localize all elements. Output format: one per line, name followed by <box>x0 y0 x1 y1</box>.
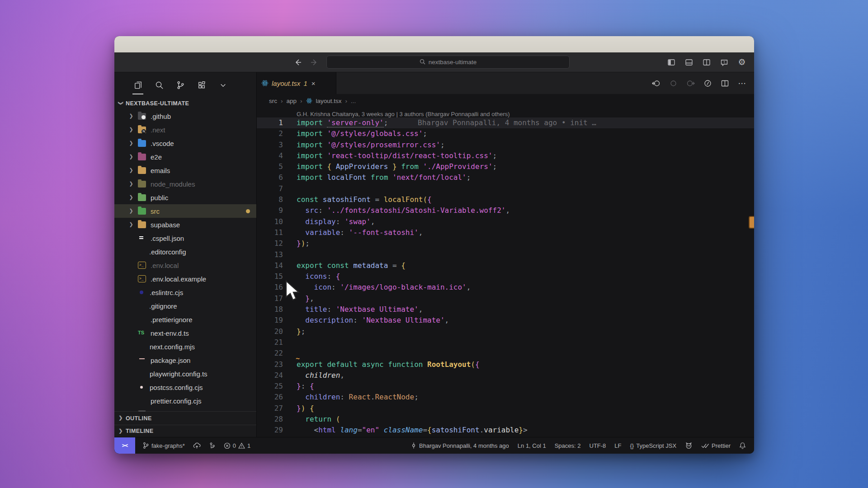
code-line-29[interactable]: 29 <html lang="en" className={satoshiFon… <box>257 425 754 436</box>
split-editor-icon[interactable] <box>720 79 730 88</box>
code-line-15[interactable]: 15 icons: { <box>257 271 754 282</box>
publish-item[interactable] <box>189 437 204 454</box>
tree-item-public[interactable]: ❯public <box>114 191 256 204</box>
chevron-down-icon[interactable] <box>217 80 228 90</box>
code-line-26[interactable]: 26 children: React.ReactNode; <box>257 392 754 403</box>
tree-item-.editorconfig[interactable]: .editorconfig <box>114 245 256 258</box>
tree-item-prettier.config.cjs[interactable]: prettier.config.cjs <box>114 394 256 408</box>
history-back-icon[interactable] <box>293 57 303 67</box>
overview-ruler-modified-marker[interactable] <box>749 216 754 229</box>
breadcrumb-symbol[interactable]: ... <box>351 98 356 104</box>
toggle-secondary-sidebar-icon[interactable] <box>702 57 712 67</box>
gitlens-commit-item[interactable]: Bhargav Ponnapalli, 4 months ago <box>407 437 513 454</box>
env-file-icon <box>138 275 146 282</box>
more-actions-icon[interactable]: ⋯ <box>737 79 747 88</box>
tree-item-.vscode[interactable]: ❯.vscode <box>114 136 256 150</box>
code-line-27[interactable]: 27}) { <box>257 403 754 414</box>
settings-gear-icon[interactable]: ⚙ <box>737 57 747 67</box>
code-line-25[interactable]: 25}: { <box>257 381 754 392</box>
code-line-14[interactable]: 14export const metadata = { <box>257 260 754 271</box>
code-line-20[interactable]: 20}; <box>257 326 754 337</box>
code-line-28[interactable]: 28 return ( <box>257 414 754 425</box>
code-line-6[interactable]: 6import localFont from 'next/font/local'… <box>257 172 754 183</box>
code-line-9[interactable]: 9 src: '../fonts/satoshi/Satoshi-Variabl… <box>257 205 754 216</box>
notifications-item[interactable] <box>736 437 750 454</box>
tree-item-label: .eslintrc.cjs <box>150 289 183 296</box>
timeline-section[interactable]: ❯ TIMELINE <box>114 425 256 437</box>
outline-section[interactable]: ❯ OUTLINE <box>114 411 256 425</box>
code-line-23[interactable]: 23export default async function RootLayo… <box>257 359 754 370</box>
code-line-22[interactable]: 22 <box>257 348 754 359</box>
code-line-10[interactable]: 10 display: 'swap', <box>257 216 754 227</box>
explorer-section-header[interactable]: ❯ NEXTBASE-ULTIMATE <box>114 98 256 109</box>
encoding-item[interactable]: UTF-8 <box>586 437 610 454</box>
breadcrumb: src app layout.tsx ... <box>257 94 754 108</box>
code-line-16[interactable]: 16 icon: '/images/logo-black-main.ico', <box>257 282 754 293</box>
toggle-primary-sidebar-icon[interactable] <box>666 57 676 67</box>
search-sidebar-icon[interactable] <box>154 80 165 90</box>
code-line-19[interactable]: 19 description: 'Nextbase Ultimate', <box>257 315 754 326</box>
indentation-item[interactable]: Spaces: 2 <box>551 437 585 454</box>
tree-item-.cspell.json[interactable]: .cspell.json <box>114 231 256 245</box>
code-line-18[interactable]: 18 title: 'Nextbase Ultimate', <box>257 304 754 315</box>
gitlens-forward-icon[interactable] <box>686 79 695 88</box>
problems-item[interactable]: 0 1 <box>220 437 254 454</box>
file-history-icon[interactable] <box>703 79 712 88</box>
tree-item-.env.local.example[interactable]: .env.local.example <box>114 272 256 286</box>
breadcrumb-app[interactable]: app <box>287 98 297 104</box>
window-titlebar[interactable] <box>114 36 754 52</box>
code-line-21[interactable]: 21 <box>257 337 754 348</box>
code-line-8[interactable]: 8const satoshiFont = localFont({ <box>257 194 754 205</box>
code-line-7[interactable]: 7 <box>257 183 754 194</box>
tree-item-.prettierignore[interactable]: .prettierignore <box>114 313 256 326</box>
cursor-position-item[interactable]: Ln 1, Col 1 <box>514 437 550 454</box>
gitlens-graph-item[interactable] <box>205 437 219 454</box>
code-line-17[interactable]: 17 }, <box>257 293 754 304</box>
code-line-1[interactable]: 1import 'server-only';Bhargav Ponnapalli… <box>257 117 754 128</box>
tree-item-src[interactable]: ❯src <box>114 204 256 218</box>
code-line-3[interactable]: 3import '@/styles/prosemirror.css'; <box>257 140 754 150</box>
code-editor[interactable]: G.H. Krishna Chaitanya, 3 weeks ago | 3 … <box>257 108 754 437</box>
tree-item-.next[interactable]: ❯.next <box>114 123 256 136</box>
tree-item-playwright.config.ts[interactable]: playwright.config.ts <box>114 367 256 380</box>
explorer-icon[interactable] <box>132 80 143 90</box>
code-line-4[interactable]: 4import 'react-tooltip/dist/react-toolti… <box>257 150 754 161</box>
tree-item-next-env.d.ts[interactable]: next-env.d.ts <box>114 326 256 340</box>
feedback-icon[interactable] <box>719 57 729 67</box>
breadcrumb-file[interactable]: layout.tsx <box>316 98 342 104</box>
extensions-icon[interactable] <box>196 80 207 90</box>
formatter-item[interactable]: Prettier <box>698 437 734 454</box>
gitlens-current-icon[interactable] <box>669 79 678 88</box>
tree-item-next.config.mjs[interactable]: next.config.mjs <box>114 340 256 353</box>
tab-layout-tsx[interactable]: layout.tsx 1 × <box>257 72 336 94</box>
code-line-24[interactable]: 24 children, <box>257 370 754 381</box>
command-center-search[interactable]: nextbase-ultimate <box>326 56 570 69</box>
tree-item-.github[interactable]: ❯.github <box>114 109 256 123</box>
tree-item-supabase[interactable]: ❯supabase <box>114 218 256 231</box>
tree-item-e2e[interactable]: ❯e2e <box>114 150 256 164</box>
tree-item-.env.local[interactable]: .env.local <box>114 258 256 272</box>
tree-item-.gitignore[interactable]: .gitignore <box>114 299 256 313</box>
code-line-12[interactable]: 12}); <box>257 238 754 249</box>
tree-item-package.json[interactable]: package.json <box>114 353 256 367</box>
code-line-11[interactable]: 11 variable: '--font-satoshi', <box>257 227 754 238</box>
history-forward-icon[interactable] <box>309 57 319 67</box>
code-line-2[interactable]: 2import '@/styles/globals.css'; <box>257 128 754 139</box>
git-branch-item[interactable]: fake-graphs* <box>139 437 189 454</box>
tree-item-postcss.config.cjs[interactable]: postcss.config.cjs <box>114 380 256 394</box>
eol-item[interactable]: LF <box>611 437 625 454</box>
pet-item[interactable] <box>681 437 696 454</box>
toggle-panel-icon[interactable] <box>684 57 694 67</box>
language-mode-item[interactable]: {} TypeScript JSX <box>627 437 680 454</box>
gitlens-back-icon[interactable] <box>651 79 661 88</box>
source-control-icon[interactable] <box>175 80 186 90</box>
tree-item-.eslintrc.cjs[interactable]: .eslintrc.cjs <box>114 286 256 299</box>
remote-indicator[interactable]: >< <box>114 437 135 454</box>
tree-item-node_modules[interactable]: ❯node_modules <box>114 177 256 191</box>
code-line-5[interactable]: 5import { AppProviders } from './AppProv… <box>257 161 754 172</box>
code-line-13[interactable]: 13 <box>257 249 754 260</box>
close-icon[interactable]: × <box>311 80 316 87</box>
breadcrumb-src[interactable]: src <box>269 98 277 104</box>
tree-item-emails[interactable]: ❯emails <box>114 164 256 177</box>
tree-item-README.md[interactable]: README.md <box>114 408 256 411</box>
